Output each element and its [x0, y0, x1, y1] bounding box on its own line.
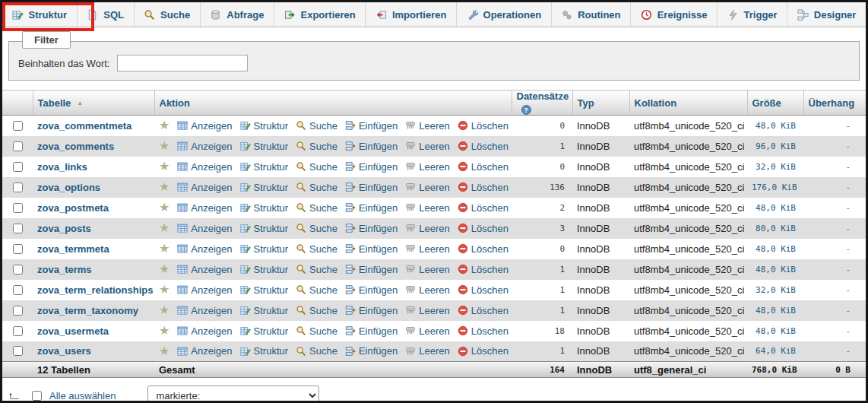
browse-link[interactable]: Anzeigen — [177, 120, 232, 132]
favorite-star-icon[interactable]: ★ — [159, 243, 169, 255]
row-checkbox[interactable] — [13, 306, 23, 316]
table-name-link[interactable]: zova_options — [37, 182, 100, 193]
header-datensaetze[interactable]: Datensätze? — [512, 90, 572, 116]
drop-link[interactable]: Löschen — [458, 243, 508, 255]
search-link[interactable]: Suche — [296, 345, 337, 357]
table-name-link[interactable]: zova_comments — [37, 141, 114, 152]
favorite-star-icon[interactable]: ★ — [159, 222, 169, 234]
insert-link[interactable]: Einfügen — [345, 305, 398, 316]
header-tabelle[interactable]: Tabelle▲ — [33, 90, 154, 116]
insert-link[interactable]: Einfügen — [345, 284, 398, 296]
check-all-label[interactable]: Alle auswählen — [49, 390, 116, 401]
search-link[interactable]: Suche — [296, 243, 337, 255]
favorite-star-icon[interactable]: ★ — [159, 202, 169, 214]
structure-link[interactable]: Struktur — [240, 141, 289, 152]
table-name-link[interactable]: zova_users — [37, 345, 91, 357]
structure-link[interactable]: Struktur — [240, 202, 289, 214]
table-name-link[interactable]: zova_termmeta — [37, 243, 109, 255]
tab-search[interactable]: Suche — [135, 2, 201, 27]
row-checkbox[interactable] — [13, 224, 23, 233]
empty-link[interactable]: Leeren — [405, 264, 449, 275]
insert-link[interactable]: Einfügen — [345, 182, 398, 193]
browse-link[interactable]: Anzeigen — [177, 284, 232, 296]
table-name-link[interactable]: zova_term_taxonomy — [37, 305, 138, 316]
row-checkbox[interactable] — [13, 203, 23, 213]
table-name-link[interactable]: zova_term_relationships — [37, 284, 153, 296]
empty-link[interactable]: Leeren — [405, 305, 449, 316]
favorite-star-icon[interactable]: ★ — [159, 263, 169, 275]
browse-link[interactable]: Anzeigen — [177, 161, 232, 173]
table-name-link[interactable]: zova_links — [37, 161, 87, 173]
favorite-star-icon[interactable]: ★ — [159, 140, 169, 152]
empty-link[interactable]: Leeren — [405, 182, 449, 193]
browse-link[interactable]: Anzeigen — [177, 243, 232, 255]
filter-word-input[interactable] — [117, 55, 248, 71]
favorite-star-icon[interactable]: ★ — [159, 304, 169, 316]
empty-link[interactable]: Leeren — [405, 284, 449, 296]
favorite-star-icon[interactable]: ★ — [159, 181, 169, 193]
browse-link[interactable]: Anzeigen — [177, 305, 232, 316]
header-kollation[interactable]: Kollation — [629, 90, 747, 116]
browse-link[interactable]: Anzeigen — [177, 182, 232, 193]
drop-link[interactable]: Löschen — [458, 141, 508, 152]
empty-link[interactable]: Leeren — [405, 223, 449, 234]
insert-link[interactable]: Einfügen — [345, 264, 398, 275]
insert-link[interactable]: Einfügen — [345, 345, 398, 357]
header-typ[interactable]: Typ — [572, 90, 629, 116]
browse-link[interactable]: Anzeigen — [177, 202, 232, 214]
tab-query[interactable]: Abfrage — [201, 2, 274, 27]
drop-link[interactable]: Löschen — [458, 325, 508, 337]
structure-link[interactable]: Struktur — [240, 284, 289, 296]
tab-sql[interactable]: SQL — [78, 2, 135, 27]
table-name-link[interactable]: zova_commentmeta — [37, 120, 131, 132]
search-link[interactable]: Suche — [296, 305, 337, 316]
row-checkbox[interactable] — [13, 285, 23, 295]
row-checkbox[interactable] — [13, 265, 23, 274]
insert-link[interactable]: Einfügen — [345, 161, 398, 173]
structure-link[interactable]: Struktur — [240, 120, 289, 132]
search-link[interactable]: Suche — [296, 202, 337, 214]
browse-link[interactable]: Anzeigen — [177, 264, 232, 275]
table-name-link[interactable]: zova_posts — [37, 223, 91, 234]
empty-link[interactable]: Leeren — [405, 120, 449, 132]
browse-link[interactable]: Anzeigen — [177, 325, 232, 337]
favorite-star-icon[interactable]: ★ — [159, 119, 169, 132]
with-selected-dropdown[interactable]: markierte: — [147, 386, 319, 403]
drop-link[interactable]: Löschen — [458, 120, 508, 132]
search-link[interactable]: Suche — [296, 141, 337, 152]
tab-structure[interactable]: Struktur — [2, 2, 78, 27]
browse-link[interactable]: Anzeigen — [177, 223, 232, 234]
empty-link[interactable]: Leeren — [405, 345, 449, 357]
row-checkbox[interactable] — [13, 346, 23, 356]
insert-link[interactable]: Einfügen — [345, 243, 398, 255]
structure-link[interactable]: Struktur — [240, 264, 289, 275]
help-icon[interactable]: ? — [521, 105, 531, 115]
structure-link[interactable]: Struktur — [240, 305, 289, 316]
search-link[interactable]: Suche — [296, 182, 337, 193]
drop-link[interactable]: Löschen — [458, 202, 508, 214]
drop-link[interactable]: Löschen — [458, 161, 508, 173]
tab-routines[interactable]: Routinen — [552, 2, 631, 27]
row-checkbox[interactable] — [13, 326, 23, 336]
table-name-link[interactable]: zova_postmeta — [37, 202, 109, 214]
search-link[interactable]: Suche — [296, 120, 337, 132]
drop-link[interactable]: Löschen — [458, 182, 508, 193]
drop-link[interactable]: Löschen — [458, 305, 508, 316]
tab-import[interactable]: Importieren — [366, 2, 457, 27]
row-checkbox[interactable] — [13, 182, 23, 192]
tab-events[interactable]: Ereignisse — [631, 2, 718, 27]
empty-link[interactable]: Leeren — [405, 243, 449, 255]
row-checkbox[interactable] — [13, 121, 23, 131]
header-ueberhang[interactable]: Überhang — [803, 90, 866, 116]
browse-link[interactable]: Anzeigen — [177, 141, 232, 152]
insert-link[interactable]: Einfügen — [345, 141, 398, 152]
favorite-star-icon[interactable]: ★ — [159, 284, 169, 296]
drop-link[interactable]: Löschen — [458, 345, 508, 357]
favorite-star-icon[interactable]: ★ — [159, 325, 169, 337]
insert-link[interactable]: Einfügen — [345, 223, 398, 234]
structure-link[interactable]: Struktur — [240, 161, 289, 173]
structure-link[interactable]: Struktur — [240, 182, 289, 193]
row-checkbox[interactable] — [13, 141, 23, 151]
drop-link[interactable]: Löschen — [458, 264, 508, 275]
row-checkbox[interactable] — [13, 162, 23, 172]
